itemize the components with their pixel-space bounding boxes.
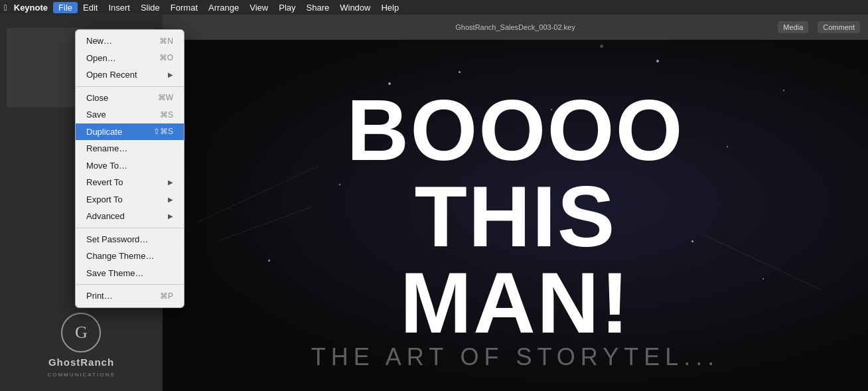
slide-text-boo: BOOOO <box>346 87 684 173</box>
menu-duplicate-label: Duplicate <box>86 125 153 139</box>
menu-new[interactable]: New… ⌘N <box>76 33 184 50</box>
menu-advanced-arrow: ▶ <box>168 211 173 221</box>
separator-2 <box>76 228 184 228</box>
menu-view[interactable]: View <box>244 2 273 13</box>
menu-rename[interactable]: Rename… <box>76 140 184 157</box>
file-dropdown-menu: New… ⌘N Open… ⌘O Open Recent ▶ Close ⌘W … <box>75 29 184 308</box>
logo-name: GhostRanch <box>48 356 114 368</box>
main-area: G GhostRanch COMMUNICATIONS GhostRanch_S… <box>0 15 868 391</box>
menu-change-theme[interactable]: Change Theme… <box>76 248 184 265</box>
menu-new-shortcut: ⌘N <box>159 35 173 47</box>
menu-format[interactable]: Format <box>165 2 203 13</box>
menu-revert-to[interactable]: Revert To ▶ <box>76 174 184 191</box>
menu-print[interactable]: Print… ⌘P <box>76 287 184 305</box>
menu-set-password-label: Set Password… <box>86 233 173 246</box>
slide-text-this: THIS <box>346 173 684 260</box>
menu-open-recent-arrow: ▶ <box>168 70 173 80</box>
menu-open-shortcut: ⌘O <box>159 52 173 64</box>
menu-rename-label: Rename… <box>86 142 173 155</box>
menu-new-label: New… <box>86 35 159 48</box>
menu-close[interactable]: Close ⌘W <box>76 90 184 107</box>
menu-export-to-arrow: ▶ <box>168 195 173 204</box>
menu-move-to[interactable]: Move To… <box>76 157 184 175</box>
menu-print-label: Print… <box>86 289 160 303</box>
apple-menu[interactable]:  <box>4 3 7 13</box>
menu-move-to-label: Move To… <box>86 159 173 173</box>
toolbar: GhostRanch_SalesDeck_003-02.key Media Co… <box>163 15 868 40</box>
menu-save-theme-label: Save Theme… <box>86 267 173 280</box>
menu-slide[interactable]: Slide <box>135 2 165 13</box>
menu-set-password[interactable]: Set Password… <box>76 231 184 248</box>
slide-subtitle: THE ART OF STORYTEL... <box>163 343 868 371</box>
slide-content: BOOOO THIS MAN! THE ART OF STORYTEL... <box>163 15 868 391</box>
menu-open-label: Open… <box>86 52 159 65</box>
logo-sub: COMMUNICATIONS <box>47 372 115 378</box>
menu-save[interactable]: Save ⌘S <box>76 106 184 123</box>
menu-close-label: Close <box>86 92 158 105</box>
menu-revert-to-arrow: ▶ <box>168 177 173 187</box>
brand-logo: G GhostRanch COMMUNICATIONS <box>47 313 115 378</box>
menu-share[interactable]: Share <box>301 2 335 13</box>
menu-revert-to-label: Revert To <box>86 176 168 189</box>
menu-edit[interactable]: Edit <box>78 2 103 13</box>
media-button[interactable]: Media <box>778 21 808 33</box>
menu-close-shortcut: ⌘W <box>158 92 173 104</box>
menu-arrange[interactable]: Arrange <box>203 2 244 13</box>
logo-circle-icon: G <box>61 313 101 352</box>
app-name: Keynote <box>14 3 48 13</box>
menu-open-recent[interactable]: Open Recent ▶ <box>76 66 184 84</box>
menu-advanced-label: Advanced <box>86 210 168 223</box>
menu-save-label: Save <box>86 108 160 121</box>
menu-open-recent-label: Open Recent <box>86 68 168 82</box>
menu-save-shortcut: ⌘S <box>160 109 173 121</box>
menu-save-theme[interactable]: Save Theme… <box>76 265 184 282</box>
menu-window[interactable]: Window <box>334 2 376 13</box>
canvas-area: GhostRanch_SalesDeck_003-02.key Media Co… <box>163 15 868 391</box>
menu-advanced[interactable]: Advanced ▶ <box>76 208 184 225</box>
menu-duplicate[interactable]: Duplicate ⇧⌘S <box>76 123 184 141</box>
document-title: GhostRanch_SalesDeck_003-02.key <box>455 23 575 31</box>
slide-text-man: MAN! <box>346 260 684 346</box>
menu-print-shortcut: ⌘P <box>160 290 173 302</box>
menu-change-theme-label: Change Theme… <box>86 250 173 263</box>
separator-3 <box>76 284 184 285</box>
menu-export-to[interactable]: Export To ▶ <box>76 191 184 208</box>
menubar:  Keynote File Edit Insert Slide Format … <box>0 0 868 15</box>
menu-open[interactable]: Open… ⌘O <box>76 50 184 67</box>
menu-help[interactable]: Help <box>376 2 404 13</box>
menu-export-to-label: Export To <box>86 193 168 206</box>
menu-insert[interactable]: Insert <box>103 2 135 13</box>
menu-file[interactable]: File <box>53 2 78 13</box>
menu-duplicate-shortcut: ⇧⌘S <box>153 125 173 137</box>
comment-button[interactable]: Comment <box>818 21 860 33</box>
menu-play[interactable]: Play <box>273 2 301 13</box>
logo-g-letter: G <box>75 323 88 343</box>
separator-1 <box>76 86 184 87</box>
